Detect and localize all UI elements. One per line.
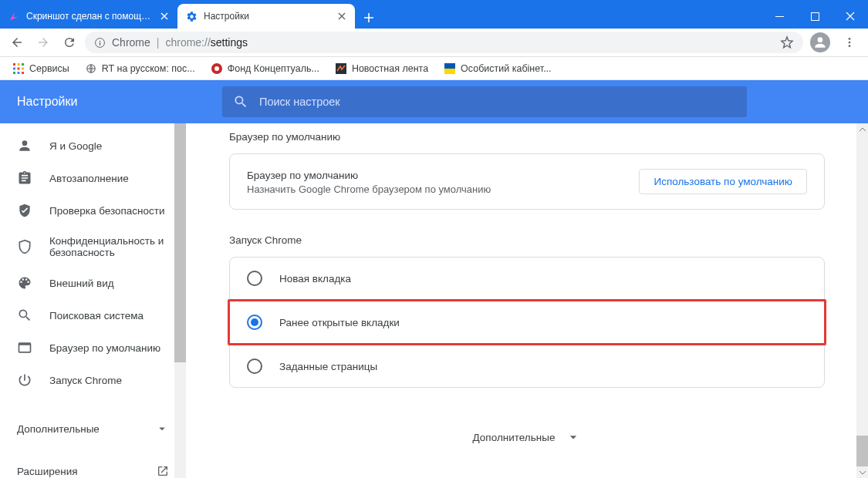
power-icon <box>17 372 32 388</box>
bookmark-label: Сервисы <box>29 63 69 74</box>
bookmark-label: RT на русском: пос... <box>102 63 195 74</box>
settings-title: Настройки <box>0 95 222 109</box>
bookmark-label: Фонд Концептуаль... <box>228 63 319 74</box>
startup-option-specific-pages[interactable]: Заданные страницы <box>230 345 824 387</box>
site-info-icon[interactable] <box>94 37 106 49</box>
sidebar-item-autofill[interactable]: Автозаполнение <box>0 162 186 194</box>
sidebar-item-on-startup[interactable]: Запуск Chrome <box>0 364 186 396</box>
sidebar-item-label: Браузер по умолчанию <box>49 342 160 354</box>
shield-check-icon <box>17 203 32 218</box>
window-titlebar: Скриншот сделан с помощью L Настройки <box>0 0 868 29</box>
settings-search[interactable] <box>222 86 747 117</box>
back-button[interactable] <box>6 32 28 53</box>
shield-icon <box>17 239 32 254</box>
profile-avatar[interactable] <box>808 30 833 55</box>
default-browser-card: Браузер по умолчанию Назначить Google Ch… <box>229 153 825 210</box>
search-icon <box>233 94 248 109</box>
svg-rect-7 <box>22 63 24 66</box>
minimize-button[interactable] <box>762 4 797 29</box>
close-icon[interactable] <box>159 11 170 22</box>
radio-icon <box>247 271 262 286</box>
sidebar-item-privacy[interactable]: Конфиденциальность и безопасность <box>0 227 186 267</box>
window-controls <box>762 4 868 29</box>
card-subtitle: Назначить Google Chrome браузером по умо… <box>247 183 491 195</box>
on-startup-card: Новая вкладка Ранее открытые вкладки Зад… <box>229 257 825 388</box>
browser-tab-0[interactable]: Скриншот сделан с помощью L <box>0 4 177 29</box>
startup-option-continue[interactable]: Ранее открытые вкладки <box>230 301 824 343</box>
chevron-down-icon <box>155 422 169 436</box>
svg-rect-8 <box>13 67 15 69</box>
omnibox[interactable]: Chrome | chrome://settings <box>85 32 803 53</box>
bookmark-rt[interactable]: RT на русском: пос... <box>79 59 201 78</box>
sidebar-more-label: Дополнительные <box>17 423 100 435</box>
search-input[interactable] <box>259 96 736 108</box>
maximize-button[interactable] <box>797 4 833 29</box>
settings-content: Браузер по умолчанию Браузер по умолчани… <box>186 123 868 478</box>
sidebar-more[interactable]: Дополнительные <box>0 412 186 446</box>
chevron-down-icon <box>566 429 581 445</box>
sidebar-item-label: Автозаполнение <box>49 173 129 184</box>
svg-point-4 <box>849 45 851 47</box>
sidebar-item-label: Запуск Chrome <box>49 375 122 386</box>
forward-button[interactable] <box>32 32 54 53</box>
kebab-menu-icon[interactable] <box>837 30 862 55</box>
bookmark-cabinet[interactable]: Особистий кабінет... <box>437 59 557 78</box>
svg-rect-13 <box>22 72 24 74</box>
sidebar-item-safety-check[interactable]: Проверка безопасности <box>0 194 186 227</box>
bookmark-star-icon[interactable] <box>780 35 794 49</box>
browser-tab-1[interactable]: Настройки <box>177 4 355 29</box>
lightshot-icon <box>8 10 20 22</box>
sidebar-item-search-engine[interactable]: Поисковая система <box>0 299 186 332</box>
radio-label: Ранее открытые вкладки <box>279 317 400 328</box>
radio-label: Новая вкладка <box>279 273 351 284</box>
svg-rect-12 <box>18 72 20 74</box>
svg-point-3 <box>849 42 851 44</box>
section-title-on-startup: Запуск Chrome <box>229 234 825 246</box>
bookmark-label: Новостная лента <box>352 63 428 74</box>
annotation-highlight: Ранее открытые вкладки <box>228 299 826 345</box>
sidebar-item-you-and-google[interactable]: Я и Google <box>0 130 186 162</box>
sidebar-extensions[interactable]: Расширения <box>0 455 186 478</box>
sidebar-item-appearance[interactable]: Внешний вид <box>0 267 186 299</box>
svg-rect-19 <box>444 69 455 74</box>
sidebar-item-label: Я и Google <box>49 140 102 152</box>
bookmark-apps[interactable]: Сервисы <box>6 59 76 78</box>
make-default-button[interactable]: Использовать по умолчанию <box>639 169 807 194</box>
external-link-icon <box>157 465 169 477</box>
svg-rect-6 <box>18 63 20 66</box>
svg-point-2 <box>849 38 851 40</box>
svg-rect-5 <box>13 63 15 66</box>
scroll-down-icon[interactable] <box>856 466 868 478</box>
svg-rect-0 <box>811 12 819 20</box>
new-tab-button[interactable] <box>358 7 380 29</box>
globe-icon <box>85 62 97 75</box>
settings-header: Настройки <box>0 80 868 123</box>
bookmark-fond[interactable]: Фонд Концептуаль... <box>204 59 326 78</box>
sidebar-item-label: Проверка безопасности <box>49 205 165 217</box>
bookmark-label: Особистий кабінет... <box>461 63 551 74</box>
sidebar-item-label: Внешний вид <box>49 278 114 289</box>
window-close-button[interactable] <box>833 4 868 29</box>
favicon <box>444 62 456 75</box>
card-title: Браузер по умолчанию <box>247 168 491 183</box>
tab-title: Скриншот сделан с помощью L <box>26 11 153 22</box>
svg-point-16 <box>214 66 219 71</box>
url-text: chrome://settings <box>165 36 774 49</box>
sidebar-scrollbar[interactable] <box>174 123 186 478</box>
sidebar-extensions-label: Расширения <box>17 466 78 477</box>
content-more-toggle[interactable]: Дополнительные <box>229 429 825 445</box>
palette-icon <box>17 275 32 291</box>
tab-title: Настройки <box>204 11 330 22</box>
sidebar-item-label: Конфиденциальность и безопасность <box>49 235 169 258</box>
content-scrollbar[interactable] <box>856 123 868 478</box>
reload-button[interactable] <box>59 32 80 53</box>
startup-option-new-tab[interactable]: Новая вкладка <box>230 258 824 299</box>
settings-sidebar: Я и Google Автозаполнение Проверка безоп… <box>0 123 186 478</box>
browser-icon <box>17 340 32 355</box>
close-icon[interactable] <box>336 11 347 22</box>
bookmark-news[interactable]: Новостная лента <box>329 59 434 78</box>
radio-icon <box>247 358 262 374</box>
scroll-up-icon[interactable] <box>856 123 868 135</box>
sidebar-item-default-browser[interactable]: Браузер по умолчанию <box>0 332 186 364</box>
gear-icon <box>185 10 198 22</box>
